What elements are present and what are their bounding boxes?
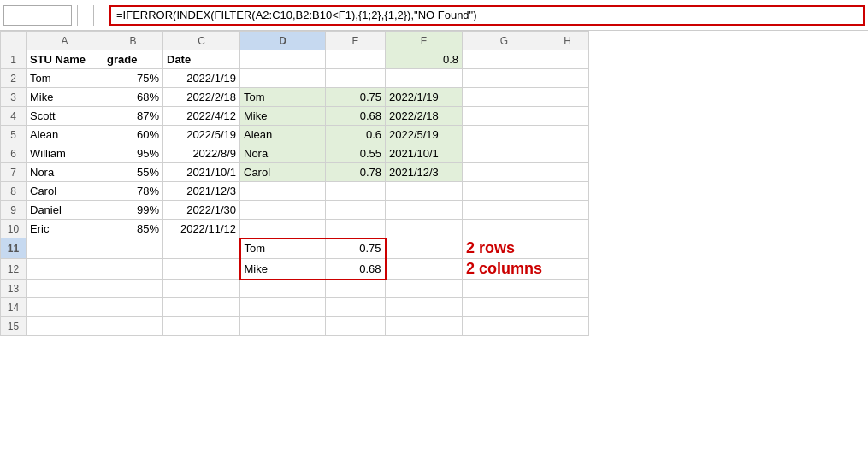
cell-a14[interactable] — [27, 298, 103, 317]
cell-e13[interactable] — [326, 280, 386, 298]
cell-c10[interactable]: 2022/11/12 — [163, 220, 240, 238]
cell-h12[interactable] — [546, 259, 589, 280]
cell-f9[interactable] — [386, 201, 463, 220]
cell-a11[interactable] — [27, 238, 103, 259]
cell-c5[interactable]: 2022/5/19 — [163, 126, 240, 144]
cell-h7[interactable] — [546, 163, 589, 182]
cell-e5[interactable]: 0.6 — [326, 126, 386, 144]
cell-c12[interactable] — [163, 259, 240, 280]
cell-reference-box[interactable] — [3, 5, 72, 26]
cell-b14[interactable] — [103, 298, 163, 317]
cell-d6[interactable]: Nora — [240, 144, 326, 163]
cell-e1[interactable] — [326, 50, 386, 69]
cell-d1[interactable] — [240, 50, 326, 69]
cell-a13[interactable] — [27, 280, 103, 298]
cell-h5[interactable] — [546, 126, 589, 144]
cell-h4[interactable] — [546, 107, 589, 126]
cell-e15[interactable] — [326, 317, 386, 336]
cell-h14[interactable] — [546, 298, 589, 317]
cell-h3[interactable] — [546, 88, 589, 107]
cell-f11[interactable] — [386, 238, 463, 259]
cell-d12[interactable]: Mike — [240, 259, 326, 280]
cell-h13[interactable] — [546, 280, 589, 298]
cell-h9[interactable] — [546, 201, 589, 220]
cell-f1[interactable]: 0.8 — [386, 50, 463, 69]
cell-c14[interactable] — [163, 298, 240, 317]
cell-f7[interactable]: 2021/12/3 — [386, 163, 463, 182]
cell-c15[interactable] — [163, 317, 240, 336]
cell-g5[interactable] — [463, 126, 546, 144]
cell-e2[interactable] — [326, 69, 386, 88]
cell-c11[interactable] — [163, 238, 240, 259]
cell-f8[interactable] — [386, 182, 463, 201]
cell-a7[interactable]: Nora — [27, 163, 103, 182]
cell-e6[interactable]: 0.55 — [326, 144, 386, 163]
cell-a5[interactable]: Alean — [27, 126, 103, 144]
cell-c13[interactable] — [163, 280, 240, 298]
cell-c9[interactable]: 2022/1/30 — [163, 201, 240, 220]
cell-c3[interactable]: 2022/2/18 — [163, 88, 240, 107]
cell-h11[interactable] — [546, 238, 589, 259]
cell-b7[interactable]: 55% — [103, 163, 163, 182]
cell-c6[interactable]: 2022/8/9 — [163, 144, 240, 163]
cell-c7[interactable]: 2021/10/1 — [163, 163, 240, 182]
cell-h10[interactable] — [546, 220, 589, 238]
cell-h2[interactable] — [546, 69, 589, 88]
col-header-f[interactable]: F — [386, 32, 463, 50]
cell-d14[interactable] — [240, 298, 326, 317]
cell-g1[interactable] — [463, 50, 546, 69]
cell-e7[interactable]: 0.78 — [326, 163, 386, 182]
cell-f12[interactable] — [386, 259, 463, 280]
cell-c4[interactable]: 2022/4/12 — [163, 107, 240, 126]
cell-f3[interactable]: 2022/1/19 — [386, 88, 463, 107]
cell-g9[interactable] — [463, 201, 546, 220]
cell-a15[interactable] — [27, 317, 103, 336]
cell-b15[interactable] — [103, 317, 163, 336]
col-header-g[interactable]: G — [463, 32, 546, 50]
cell-h15[interactable] — [546, 317, 589, 336]
cell-f5[interactable]: 2022/5/19 — [386, 126, 463, 144]
cell-h8[interactable] — [546, 182, 589, 201]
cell-a6[interactable]: William — [27, 144, 103, 163]
cell-b10[interactable]: 85% — [103, 220, 163, 238]
cell-g2[interactable] — [463, 69, 546, 88]
cell-g7[interactable] — [463, 163, 546, 182]
cell-b6[interactable]: 95% — [103, 144, 163, 163]
cell-f14[interactable] — [386, 298, 463, 317]
cell-f15[interactable] — [386, 317, 463, 336]
cell-b8[interactable]: 78% — [103, 182, 163, 201]
col-header-c[interactable]: C — [163, 32, 240, 50]
cell-a2[interactable]: Tom — [27, 69, 103, 88]
cell-e11[interactable]: 0.75 — [326, 238, 386, 259]
cell-c2[interactable]: 2022/1/19 — [163, 69, 240, 88]
cell-b9[interactable]: 99% — [103, 201, 163, 220]
cell-e8[interactable] — [326, 182, 386, 201]
cell-d7[interactable]: Carol — [240, 163, 326, 182]
cell-h1[interactable] — [546, 50, 589, 69]
cell-d9[interactable] — [240, 201, 326, 220]
cell-d8[interactable] — [240, 182, 326, 201]
cell-g3[interactable] — [463, 88, 546, 107]
cell-c8[interactable]: 2021/12/3 — [163, 182, 240, 201]
cell-e4[interactable]: 0.68 — [326, 107, 386, 126]
cell-e12[interactable]: 0.68 — [326, 259, 386, 280]
col-header-b[interactable]: B — [103, 32, 163, 50]
cell-e3[interactable]: 0.75 — [326, 88, 386, 107]
cell-g8[interactable] — [463, 182, 546, 201]
formula-input[interactable] — [109, 5, 865, 26]
cell-a1[interactable]: STU Name — [27, 50, 103, 69]
cell-b4[interactable]: 87% — [103, 107, 163, 126]
cell-d15[interactable] — [240, 317, 326, 336]
cell-d3[interactable]: Tom — [240, 88, 326, 107]
cell-b13[interactable] — [103, 280, 163, 298]
cell-c1[interactable]: Date — [163, 50, 240, 69]
cell-d10[interactable] — [240, 220, 326, 238]
cell-f6[interactable]: 2021/10/1 — [386, 144, 463, 163]
cell-b3[interactable]: 68% — [103, 88, 163, 107]
cell-a4[interactable]: Scott — [27, 107, 103, 126]
cell-h6[interactable] — [546, 144, 589, 163]
cell-b5[interactable]: 60% — [103, 126, 163, 144]
cell-g13[interactable] — [463, 280, 546, 298]
cell-g14[interactable] — [463, 298, 546, 317]
cell-e14[interactable] — [326, 298, 386, 317]
